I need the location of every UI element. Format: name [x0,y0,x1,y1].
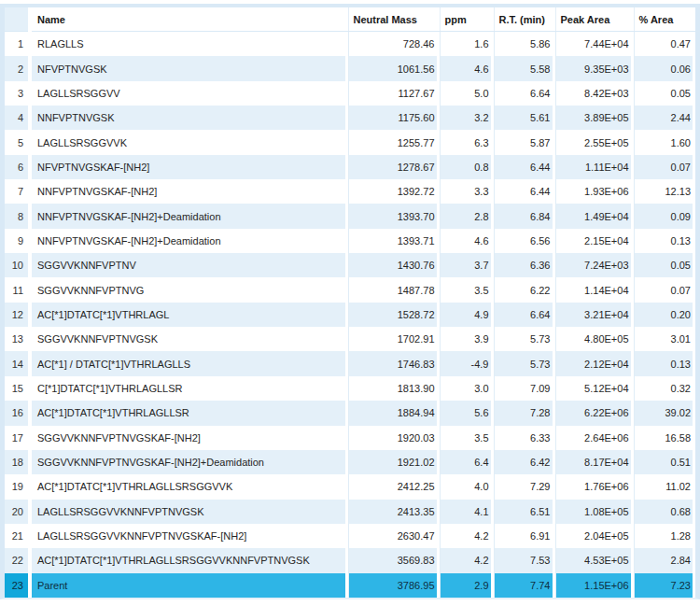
ppm-cell: 4.2 [440,548,494,572]
column-header-rt-min[interactable]: R.T. (min) [494,7,555,32]
table-row[interactable]: 21 LAGLLSRSGGVVKNNFVPTNVGSKAF-[NH2] 2630… [5,524,695,548]
row-number-cell[interactable]: 4 [5,106,28,130]
table-row[interactable]: 13 SGGVVKNNFVPTNVGSK 1702.91 3.9 5.73 4.… [5,327,695,351]
row-number-header [5,7,28,32]
row-number-cell[interactable]: 19 [5,474,28,499]
peptide-name-cell: SGGVVKNNFVPTNVGSKAF-[NH2]+Deamidation [32,450,348,474]
table-row[interactable]: 12 AC[*1]DTATC[*1]VTHRLAGL 1528.72 4.9 6… [5,303,695,327]
rt-cell: 6.56 [494,229,555,253]
row-number-cell[interactable]: 18 [5,450,28,474]
table-row[interactable]: 9 NNFVPTNVGSKAF-[NH2]+Deamidation 1393.7… [5,229,695,253]
peak-area-cell: 2.64E+06 [555,426,634,450]
column-header-ppm[interactable]: ppm [440,7,494,32]
row-number-cell[interactable]: 16 [5,401,28,425]
ppm-cell: 3.5 [440,277,494,302]
column-header-pct-area[interactable]: % Area [634,7,695,32]
row-number-cell[interactable]: 22 [5,548,28,572]
row-number-cell[interactable]: 20 [5,500,28,524]
rt-cell: 5.61 [494,106,555,130]
row-number-cell[interactable]: 8 [5,204,28,228]
peptide-name-cell: NFVPTNVGSK [32,56,348,80]
peak-area-cell: 9.35E+03 [555,56,634,80]
neutral-mass-cell: 1255.77 [348,130,440,154]
rt-cell: 5.73 [494,327,555,351]
row-number-cell[interactable]: 23 [5,573,28,598]
ppm-cell: 6.3 [440,130,494,154]
neutral-mass-cell: 1884.94 [348,401,440,425]
table-row[interactable]: 18 SGGVVKNNFVPTNVGSKAF-[NH2]+Deamidation… [5,450,695,474]
ppm-cell: 4.9 [440,303,494,327]
peak-area-cell: 2.55E+05 [555,130,634,154]
row-number-cell[interactable]: 10 [5,253,28,277]
table-row[interactable]: 2 NFVPTNVGSK 1061.56 4.6 5.58 9.35E+03 0… [5,56,695,80]
rt-cell: 6.84 [494,204,555,228]
rt-cell: 5.58 [494,56,555,80]
peptide-name-cell: SGGVVKNNFVPTNV [32,253,348,277]
peak-area-cell: 1.14E+04 [555,277,634,302]
table-row[interactable]: 17 SGGVVKNNFVPTNVGSKAF-[NH2] 1920.03 3.5… [5,426,695,450]
row-number-cell[interactable]: 15 [5,376,28,401]
row-number-cell[interactable]: 6 [5,155,28,179]
neutral-mass-cell: 1127.67 [348,81,440,106]
neutral-mass-cell: 2413.35 [348,500,440,524]
peptide-name-cell: LAGLLSRSGGVV [32,81,348,106]
row-number-cell[interactable]: 17 [5,426,28,450]
neutral-mass-cell: 1746.83 [348,351,440,375]
pct-area-cell: 0.09 [634,204,695,228]
table-row[interactable]: 16 AC[*1]DTATC[*1]VTHRLAGLLSR 1884.94 5.… [5,401,695,425]
table-row[interactable]: 11 SGGVVKNNFVPTNVG 1487.78 3.5 6.22 1.14… [5,277,695,302]
rt-cell: 6.64 [494,81,555,106]
pct-area-cell: 0.13 [634,229,695,253]
row-number-cell[interactable]: 9 [5,229,28,253]
peak-area-cell: 4.80E+05 [555,327,634,351]
column-header-peak-area[interactable]: Peak Area [555,7,634,32]
pct-area-cell: 0.47 [634,32,695,57]
row-number-cell[interactable]: 1 [5,32,28,57]
rt-cell: 6.64 [494,303,555,327]
table-row[interactable]: 10 SGGVVKNNFVPTNV 1430.76 3.7 6.36 7.24E… [5,253,695,277]
row-number-cell[interactable]: 5 [5,130,28,154]
table-row[interactable]: 6 NFVPTNVGSKAF-[NH2] 1278.67 0.8 6.44 1.… [5,155,695,179]
neutral-mass-cell: 1430.76 [348,253,440,277]
table-row[interactable]: 3 LAGLLSRSGGVV 1127.67 5.0 6.64 8.42E+03… [5,81,695,106]
column-header-neutral-mass[interactable]: Neutral Mass [348,7,440,32]
table-row[interactable]: 8 NNFVPTNVGSKAF-[NH2]+Deamidation 1393.7… [5,204,695,228]
row-number-cell[interactable]: 13 [5,327,28,351]
peptide-name-cell: NNFVPTNVGSKAF-[NH2]+Deamidation [32,204,348,228]
neutral-mass-cell: 1175.60 [348,106,440,130]
pct-area-cell: 0.05 [634,253,695,277]
neutral-mass-cell: 1393.71 [348,229,440,253]
table-row[interactable]: 4 NNFVPTNVGSK 1175.60 3.2 5.61 3.89E+05 … [5,106,695,130]
column-header-name[interactable]: Name [32,7,348,32]
table-row[interactable]: 22 AC[*1]DTATC[*1]VTHRLAGLLSRSGGVVKNNFVP… [5,548,695,572]
table-row[interactable]: 14 AC[*1] / DTATC[*1]VTHRLAGLLS 1746.83 … [5,351,695,375]
ppm-cell: 3.3 [440,179,494,204]
table-row[interactable]: 1 RLAGLLS 728.46 1.6 5.86 7.44E+04 0.47 [5,32,695,57]
table-row[interactable]: 19 AC[*1]DTATC[*1]VTHRLAGLLSRSGGVVK 2412… [5,474,695,499]
row-number-cell[interactable]: 2 [5,56,28,80]
rt-cell: 6.36 [494,253,555,277]
table-row[interactable]: 15 C[*1]DTATC[*1]VTHRLAGLLSR 1813.90 3.0… [5,376,695,401]
peak-area-cell: 4.53E+05 [555,548,634,572]
row-number-cell[interactable]: 11 [5,277,28,302]
peptide-name-cell: NNFVPTNVGSK [32,106,348,130]
table-row[interactable]: 7 NNFVPTNVGSKAF-[NH2] 1392.72 3.3 6.44 1… [5,179,695,204]
table-row[interactable]: 20 LAGLLSRSGGVVKNNFVPTNVGSK 2413.35 4.1 … [5,500,695,524]
peak-area-cell: 2.15E+04 [555,229,634,253]
row-number-cell[interactable]: 3 [5,81,28,106]
peptide-name-cell: LAGLLSRSGGVVKNNFVPTNVGSK [32,500,348,524]
neutral-mass-cell: 1920.03 [348,426,440,450]
pct-area-cell: 0.13 [634,351,695,375]
peptide-name-cell: NNFVPTNVGSKAF-[NH2]+Deamidation [32,229,348,253]
pct-area-cell: 0.07 [634,277,695,302]
peak-area-cell: 5.12E+04 [555,376,634,401]
row-number-cell[interactable]: 14 [5,351,28,375]
row-number-cell[interactable]: 12 [5,303,28,327]
table-row[interactable]: 23 Parent 3786.95 2.9 7.74 1.15E+06 7.23 [5,573,695,598]
table-row[interactable]: 5 LAGLLSRSGGVVK 1255.77 6.3 5.87 2.55E+0… [5,130,695,154]
peptide-name-cell: Parent [32,573,348,598]
row-number-cell[interactable]: 7 [5,179,28,204]
neutral-mass-cell: 1393.70 [348,204,440,228]
row-number-cell[interactable]: 21 [5,524,28,548]
pct-area-cell: 3.01 [634,327,695,351]
